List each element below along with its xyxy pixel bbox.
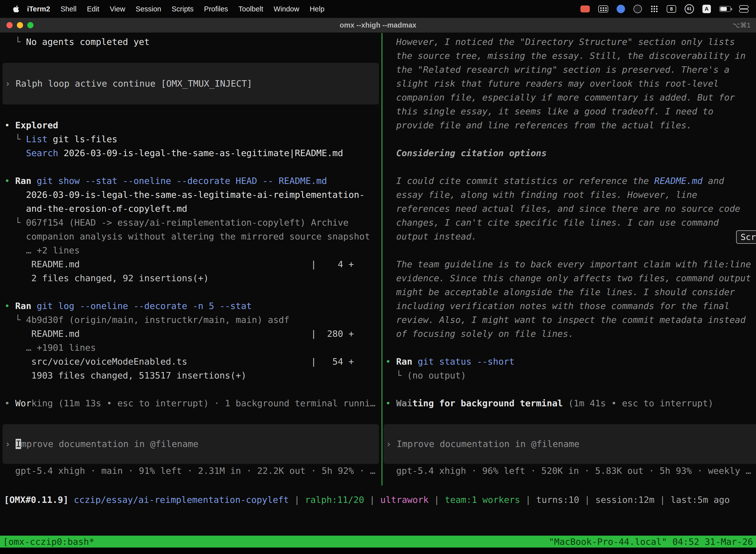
text-segment: Wor: [15, 398, 31, 408]
terminal-line: companion file, especially if more comme…: [382, 91, 756, 105]
text-segment: ›: [5, 439, 16, 449]
blank-line: [382, 410, 756, 424]
menu-item-edit[interactable]: Edit: [82, 5, 105, 13]
text-segment: companion file, especially if more comme…: [385, 92, 735, 103]
menu-item-profiles[interactable]: Profiles: [199, 5, 233, 13]
text-segment: git ls-files: [47, 134, 117, 144]
menu-item-window[interactable]: Window: [268, 5, 304, 13]
text-segment: [68, 495, 74, 505]
prompt-input[interactable]: › Improve documentation in @filename: [2, 424, 379, 464]
apple-menu-icon[interactable]: [13, 5, 19, 13]
menu-items: iTerm2ShellEditViewSessionScriptsProfile…: [22, 5, 330, 13]
text-segment: this single essay, it seems like a good …: [385, 106, 713, 116]
blank-line: [382, 383, 756, 396]
text-segment: Considering citation options: [385, 148, 547, 158]
text-segment: No agents completed yet: [26, 37, 150, 47]
input-source-icon[interactable]: A: [702, 5, 711, 13]
text-segment: the "Related research writing" section i…: [385, 64, 730, 75]
toast-text: Scre: [741, 232, 756, 242]
text-segment: [4, 148, 26, 158]
menu-item-iterm2[interactable]: iTerm2: [22, 5, 55, 13]
terminal-line: • Ran git log --oneline --decorate -n 5 …: [0, 299, 381, 313]
terminal-line: might be acceptable alongside the file l…: [382, 285, 756, 299]
terminal-line: └ List git ls-files: [0, 132, 381, 146]
terminal-line: └ 067f154 (HEAD -> essay/ai-reimplementa…: [0, 216, 381, 230]
working-status-line: • Working (11m 13s • esc to interrupt) ·…: [0, 396, 381, 410]
text-segment: •: [385, 398, 396, 408]
minimize-window-button[interactable]: [17, 22, 23, 28]
text-segment: mprove documentation in @filename: [21, 439, 198, 449]
menu-item-view[interactable]: View: [105, 5, 130, 13]
right-terminal-pane[interactable]: However, I noticed the "Directory Struct…: [382, 33, 756, 486]
text-segment: I: [16, 439, 21, 449]
terminal-line: └ (no output): [382, 369, 756, 383]
text-segment: output instead.: [385, 231, 477, 241]
text-segment: companion analysis without altering the …: [4, 231, 370, 241]
prompt-input-text: › Improve documentation in @filename: [383, 437, 579, 451]
app-grid-icon[interactable]: [650, 5, 658, 13]
terminal-line: README.md | 4 +: [0, 258, 381, 271]
terminal: └ No agents completed yet› Ralph loop ac…: [0, 33, 756, 554]
text-segment: including verification notes with those …: [385, 301, 730, 311]
window-title-bar[interactable]: omx --xhigh --madmax ⌥⌘1: [0, 18, 756, 33]
battery-icon[interactable]: [719, 6, 731, 12]
terminal-line: └ 4b9d30f (origin/main, instructkr/main,…: [0, 313, 381, 327]
terminal-line: • Ran git status --short: [382, 355, 756, 369]
menu-item-toolbelt[interactable]: Toolbelt: [233, 5, 268, 13]
waiting-status-line: • Waiting for background terminal (1m 41…: [382, 396, 756, 410]
blank-line: [382, 243, 756, 258]
terminal-line: … +2 lines: [0, 243, 381, 258]
terminal-line: slight risk that future readers may over…: [382, 77, 756, 91]
menu-status-icons: 861A: [580, 4, 749, 14]
text-segment: 1903 files changed, 513517 insertions(+): [4, 370, 246, 381]
text-segment: … +2 lines: [4, 245, 80, 256]
prompt-input[interactable]: › Improve documentation in @filename: [383, 424, 756, 464]
blank-line: [0, 285, 381, 299]
text-segment: |: [364, 495, 380, 505]
text-segment: Improve documentation in @filename: [397, 439, 579, 449]
terminal-line: provide file and line references from th…: [382, 118, 756, 132]
blank-line: [0, 105, 381, 118]
tmux-window-label[interactable]: [omx-cczip0:bash*: [3, 537, 94, 547]
menu-item-scripts[interactable]: Scripts: [167, 5, 199, 13]
dark-app-icon[interactable]: [633, 5, 642, 13]
menu-item-session[interactable]: Session: [130, 5, 167, 13]
text-segment: might be acceptable alongside the file l…: [385, 287, 735, 297]
close-window-button[interactable]: [6, 22, 13, 28]
blue-app-icon[interactable]: [617, 5, 625, 13]
screenshot-toast: Scre: [736, 230, 756, 244]
text-segment: └: [385, 370, 407, 381]
blank-line: [382, 341, 756, 355]
control-center-icon[interactable]: [739, 5, 749, 13]
zoom-window-button[interactable]: [27, 22, 34, 28]
terminal-line: of focusing solely on file lines.: [382, 327, 756, 341]
menu-item-help[interactable]: Help: [304, 5, 330, 13]
text-segment: ultrawork: [380, 495, 429, 505]
text-segment: (11m 13s • esc to interrupt) · 1 backgro…: [53, 398, 375, 408]
screen: { "menu_bar": { "items": ["iTerm2","Shel…: [0, 0, 756, 554]
ralph-loop-banner: › Ralph loop active continue [OMX_TMUX_I…: [2, 63, 379, 105]
text-segment: └: [4, 134, 26, 144]
text-segment: 2026-03-09-is-legal-the-same-as-legitima…: [58, 148, 343, 158]
keyboard-icon[interactable]: [598, 5, 608, 12]
text-segment: ting for background terminal: [412, 398, 563, 408]
text-segment: provide file and line references from th…: [385, 120, 692, 130]
text-segment: gpt-5.4 xhigh · main · 91% left · 2.31M …: [4, 466, 376, 476]
menu-item-shell[interactable]: Shell: [55, 5, 82, 13]
text-segment: |: [579, 495, 595, 505]
left-terminal-pane[interactable]: └ No agents completed yet› Ralph loop ac…: [0, 33, 381, 486]
text-segment: List: [26, 134, 48, 144]
tmux-panes: └ No agents completed yet› Ralph loop ac…: [0, 33, 756, 486]
screen-recording-indicator-icon[interactable]: [580, 5, 590, 12]
text-segment: •: [4, 301, 15, 311]
text-segment: |: [289, 495, 305, 505]
text-segment: Search: [26, 148, 58, 158]
text-segment: The team guideline is to back every impo…: [385, 259, 751, 269]
text-segment: I could cite commit statistics or refere…: [385, 176, 654, 186]
blank-line: [382, 132, 756, 146]
terminal-line: The team guideline is to back every impo…: [382, 258, 756, 271]
text-segment: Ran: [15, 301, 31, 311]
battery-percent-icon[interactable]: 61: [685, 4, 694, 14]
text-segment: ›: [386, 439, 397, 449]
numkey-icon[interactable]: 8: [667, 5, 676, 13]
